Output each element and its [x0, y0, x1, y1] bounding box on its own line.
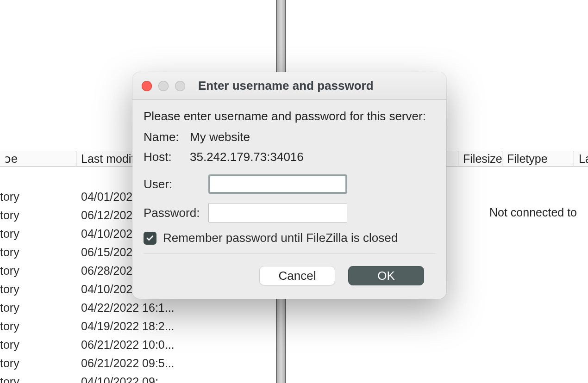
column-header-filesize-label: Filesize [463, 152, 502, 166]
credential-form: User: Password: [144, 174, 435, 222]
maximize-icon [175, 81, 185, 91]
column-header-filetype[interactable]: Filetype [502, 151, 574, 166]
file-type-cell: tory [0, 338, 81, 352]
remote-not-connected-message: Not connected to [489, 206, 577, 219]
file-type-cell: tory [0, 375, 81, 383]
column-header-filetype[interactable]: ɔe [0, 151, 76, 166]
dialog-title: Enter username and password [198, 79, 374, 93]
list-item[interactable]: tory06/21/2022 10:0... [0, 335, 276, 354]
file-type-cell: tory [0, 264, 81, 278]
column-header-filesize[interactable]: Filesize [458, 151, 502, 166]
cancel-button-label: Cancel [279, 269, 316, 283]
file-type-cell: tory [0, 190, 81, 204]
user-label: User: [144, 177, 208, 192]
file-date-cell: 04/22/2022 16:1... [81, 301, 243, 315]
cancel-button[interactable]: Cancel [259, 266, 335, 285]
list-item[interactable]: tory04/10/2022 09:... [0, 372, 276, 383]
remember-password-row[interactable]: Remember password until FileZilla is clo… [144, 231, 435, 254]
column-header-last-modified-label: Last modifi [81, 152, 137, 166]
column-header-filetype-label: Filetype [507, 152, 548, 166]
check-icon [146, 234, 154, 242]
file-date-cell: 04/19/2022 18:2... [81, 320, 243, 333]
file-type-cell: tory [0, 209, 81, 222]
list-item[interactable]: tory04/22/2022 16:1... [0, 298, 276, 317]
ok-button-label: OK [377, 269, 395, 283]
file-type-cell: tory [0, 246, 81, 259]
dialog-button-row: Cancel OK [144, 266, 435, 297]
file-date-cell: 06/21/2022 09:5... [81, 357, 243, 370]
name-value: My website [190, 130, 435, 144]
file-type-cell: tory [0, 357, 81, 370]
dialog-body: Please enter username and password for t… [132, 100, 446, 297]
name-label: Name: [144, 130, 190, 144]
close-icon[interactable] [142, 81, 152, 91]
file-date-cell: 04/10/2022 09:... [81, 375, 243, 383]
file-type-cell: tory [0, 227, 81, 241]
password-input[interactable] [208, 203, 347, 222]
list-item[interactable]: tory04/19/2022 18:2... [0, 317, 276, 335]
column-header-last-label: La [579, 152, 588, 166]
dialog-prompt: Please enter username and password for t… [144, 109, 435, 124]
file-type-cell: tory [0, 301, 81, 315]
column-header-filetype-label: ɔe [5, 152, 18, 166]
login-dialog: Enter username and password Please enter… [132, 72, 446, 299]
server-info: Name: My website Host: 35.242.179.73:340… [144, 130, 435, 164]
list-item[interactable]: tory06/21/2022 09:5... [0, 354, 276, 372]
file-type-cell: tory [0, 283, 81, 296]
host-label: Host: [144, 150, 190, 164]
file-date-cell: 06/21/2022 10:0... [81, 338, 243, 352]
user-input[interactable] [208, 174, 347, 194]
dialog-titlebar[interactable]: Enter username and password [132, 72, 446, 100]
minimize-icon [158, 81, 169, 91]
host-value: 35.242.179.73:34016 [190, 150, 435, 164]
column-header-last-modified-right[interactable]: La [574, 151, 588, 166]
file-type-cell: tory [0, 320, 81, 333]
remember-password-checkbox[interactable] [144, 232, 156, 245]
window-controls [142, 81, 185, 91]
password-label: Password: [144, 206, 208, 220]
remember-password-label: Remember password until FileZilla is clo… [163, 231, 398, 245]
ok-button[interactable]: OK [348, 266, 424, 285]
